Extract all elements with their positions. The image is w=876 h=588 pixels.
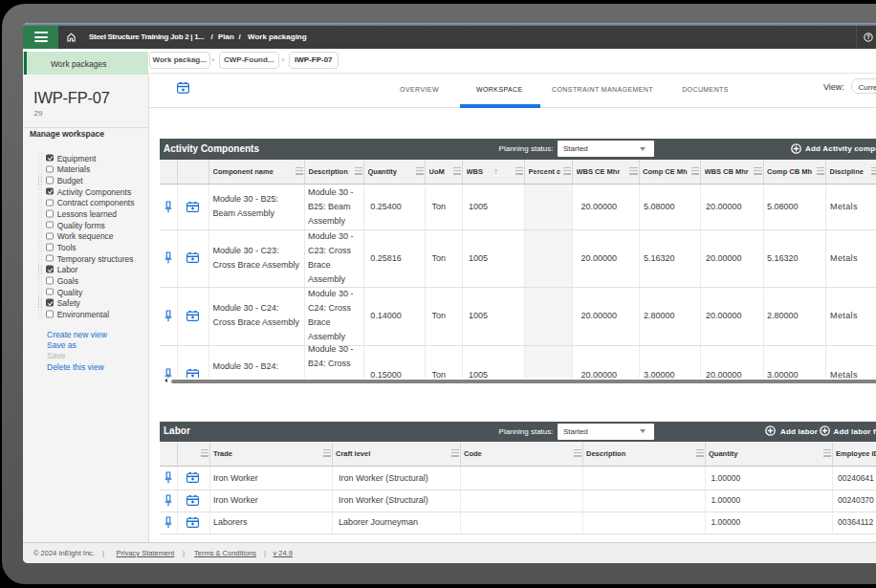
svg-text:?: ? — [866, 33, 870, 40]
